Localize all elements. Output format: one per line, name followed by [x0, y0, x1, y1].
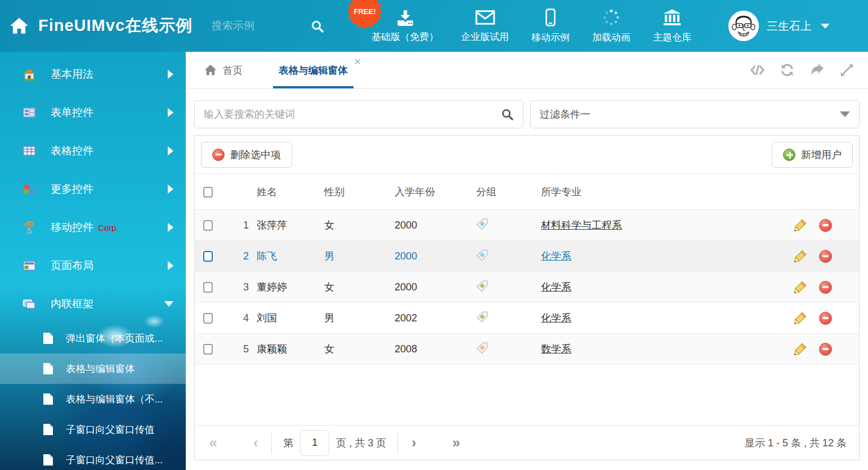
row-checkbox[interactable]	[203, 251, 213, 262]
table-row[interactable]: 2 陈飞 男 2000 化学系	[195, 241, 859, 272]
next-page-button[interactable]: ›	[409, 436, 418, 450]
sidebar-item-grid-controls[interactable]: 表格控件	[0, 132, 186, 170]
column-header-major[interactable]: 所学专业	[541, 185, 775, 199]
edit-pencil-icon[interactable]	[794, 342, 807, 356]
file-icon	[43, 454, 53, 466]
chevron-down-icon	[821, 24, 830, 29]
sidebar-subitem-grid-edit-window-2[interactable]: 表格与编辑窗体（不...	[0, 384, 186, 414]
header-search[interactable]: 搜索示例	[212, 19, 324, 33]
sidebar-item-iframe[interactable]: 内联框架	[0, 285, 186, 323]
plus-circle-icon	[783, 149, 795, 161]
antenna-icon	[23, 221, 36, 234]
main-area: 首页 表格与编辑窗体 ✕ 输入要搜索的关键词 过滤条件一	[186, 52, 868, 470]
minus-circle-icon	[212, 149, 225, 161]
row-checkbox[interactable]	[203, 313, 213, 324]
search-icon[interactable]	[310, 19, 324, 33]
refresh-icon[interactable]	[780, 62, 795, 78]
header-nav: FREE! 基础版（免费） 企业版试用 移动示例 加载动画	[360, 0, 703, 52]
chevron-right-icon	[168, 261, 173, 270]
sidebar-item-form-controls[interactable]: 表单控件	[0, 93, 186, 132]
search-icon[interactable]	[500, 108, 514, 121]
sidebar-item-more-controls[interactable]: 更多控件	[0, 170, 186, 208]
table-row[interactable]: 4 刘国 男 2002 化学系	[195, 303, 859, 334]
user-menu[interactable]: 三生石上	[728, 11, 830, 41]
file-icon	[43, 423, 53, 436]
cell-year: 2008	[395, 343, 476, 355]
sidebar-subitem-popup-window[interactable]: 弹出窗体（本页面或...	[0, 323, 186, 353]
keyword-search-placeholder: 输入要搜索的关键词	[204, 108, 500, 121]
tab-grid-edit-window[interactable]: 表格与编辑窗体 ✕	[276, 52, 350, 88]
delete-row-icon[interactable]	[819, 250, 832, 263]
select-all-checkbox[interactable]	[203, 187, 213, 198]
nav-label: 基础版（免费）	[372, 30, 439, 43]
column-header-group[interactable]: 分组	[476, 185, 541, 199]
sidebar-item-page-layout[interactable]: 页面布局	[0, 247, 186, 285]
major-link[interactable]: 数学系	[541, 343, 571, 355]
mobile-icon	[544, 8, 557, 26]
major-link[interactable]: 材料科学与工程系	[541, 220, 622, 231]
nav-item-loading-animation[interactable]: 加载动画	[581, 0, 642, 52]
row-checkbox[interactable]	[203, 282, 213, 293]
delete-row-icon[interactable]	[819, 219, 832, 232]
delete-row-icon[interactable]	[819, 312, 832, 325]
sidebar-subitem-grid-edit-window[interactable]: 表格与编辑窗体	[0, 353, 186, 384]
cubes-icon	[23, 182, 36, 196]
header-search-placeholder: 搜索示例	[212, 19, 310, 33]
edit-pencil-icon[interactable]	[794, 249, 807, 263]
row-checkbox[interactable]	[203, 220, 213, 231]
app-logo[interactable]: FineUIMvc在线示例	[0, 15, 193, 37]
layout-icon	[23, 259, 36, 272]
sidebar-subitem-child-to-parent[interactable]: 子窗口向父窗口传值	[0, 414, 186, 445]
table-row[interactable]: 3 董婷婷 女 2000 化学系	[195, 272, 859, 303]
sidebar-item-mobile-controls[interactable]: 移动控件 Corp.	[0, 208, 186, 247]
tag-icon	[476, 218, 489, 230]
share-icon[interactable]	[809, 62, 825, 78]
edit-pencil-icon[interactable]	[794, 280, 807, 294]
column-header-name[interactable]: 姓名	[257, 185, 324, 199]
delete-row-icon[interactable]	[819, 343, 832, 356]
last-page-button[interactable]: »	[450, 436, 463, 450]
major-link[interactable]: 化学系	[541, 281, 571, 293]
first-page-button[interactable]: «	[207, 436, 220, 450]
nav-item-basic-edition[interactable]: FREE! 基础版（免费）	[360, 0, 450, 52]
close-icon[interactable]: ✕	[354, 57, 361, 67]
delete-row-icon[interactable]	[819, 281, 832, 294]
pagination-bar: « ‹ 第 页 , 共 3 页 › » 显示 1 - 5 条 , 共 12 条	[195, 425, 859, 460]
table-row[interactable]: 5 康颖颖 女 2008 数学系	[195, 334, 859, 365]
tab-home[interactable]: 首页	[202, 52, 245, 88]
edit-pencil-icon[interactable]	[794, 311, 807, 325]
app-window: FineUIMvc在线示例 搜索示例 FREE! 基础版（免费） 企业版试用 移…	[0, 0, 868, 470]
tag-icon	[476, 342, 489, 354]
table-row[interactable]: 1 张萍萍 女 2000 材料科学与工程系	[195, 210, 859, 241]
page-label-prefix: 第	[283, 436, 293, 450]
app-title: FineUIMvc在线示例	[38, 15, 193, 37]
bank-icon	[662, 8, 682, 26]
cell-gender: 女	[324, 342, 395, 356]
cell-year: 2002	[395, 312, 476, 324]
expand-icon[interactable]	[839, 62, 854, 78]
major-link[interactable]: 化学系	[541, 312, 571, 324]
chevron-right-icon	[168, 108, 173, 117]
free-badge: FREE!	[347, 0, 383, 29]
nav-item-theme-store[interactable]: 主题仓库	[642, 0, 703, 52]
sidebar-item-basic-usage[interactable]: 基本用法	[0, 55, 186, 93]
row-checkbox[interactable]	[203, 344, 213, 355]
keyword-search-input[interactable]: 输入要搜索的关键词	[194, 100, 524, 128]
nav-item-enterprise-trial[interactable]: 企业版试用	[450, 0, 520, 52]
cell-year: 2000	[395, 250, 476, 262]
home-icon	[9, 17, 29, 35]
prev-page-button[interactable]: ‹	[251, 436, 260, 450]
page-number-input[interactable]	[300, 430, 329, 456]
major-link[interactable]: 化学系	[541, 250, 571, 262]
column-header-gender[interactable]: 性别	[324, 185, 395, 199]
edit-pencil-icon[interactable]	[794, 218, 807, 232]
sidebar-subitem-child-to-parent-2[interactable]: 子窗口向父窗口传值...	[0, 445, 186, 470]
add-user-button[interactable]: 新增用户	[772, 142, 853, 168]
source-code-icon[interactable]	[750, 62, 765, 78]
nav-item-mobile-demo[interactable]: 移动示例	[520, 0, 581, 52]
home-icon	[204, 64, 217, 76]
user-name: 三生石上	[767, 19, 812, 34]
filter-dropdown[interactable]: 过滤条件一	[530, 100, 860, 128]
delete-selected-button[interactable]: 删除选中项	[201, 142, 292, 168]
column-header-year[interactable]: 入学年份	[395, 185, 476, 199]
